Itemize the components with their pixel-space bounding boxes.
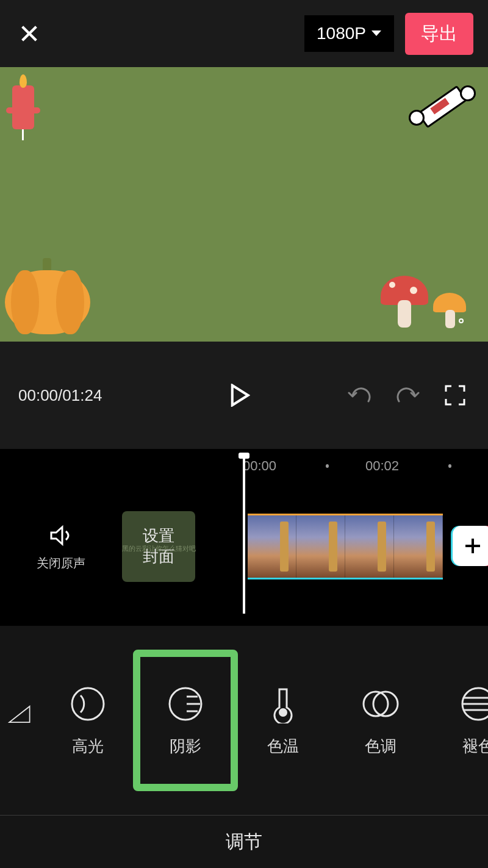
clip-thumb [394, 515, 443, 578]
resolution-dropdown[interactable]: 1080P [304, 15, 394, 52]
close-button[interactable] [15, 19, 44, 48]
adjust-label: 褪色 [462, 736, 488, 757]
adjust-prev-partial[interactable] [0, 695, 39, 746]
temperature-icon [264, 684, 303, 723]
triangle-icon [8, 696, 31, 733]
redo-button[interactable] [393, 381, 422, 410]
playback-bar: 00:00/01:24 [0, 342, 488, 449]
time-display: 00:00/01:24 [18, 386, 134, 405]
mute-audio-button[interactable]: 关闭原声 [0, 522, 122, 572]
adjust-options-row[interactable]: 高光 阴影 色温 色调 褪色 [0, 626, 488, 815]
tint-icon [361, 684, 400, 723]
adjust-label: 阴影 [170, 736, 201, 757]
mute-label: 关闭原声 [37, 555, 85, 572]
resolution-label: 1080P [317, 24, 366, 43]
close-icon [19, 23, 40, 44]
chevron-down-icon [371, 30, 382, 37]
undo-button[interactable] [345, 381, 375, 410]
adjust-highlight[interactable]: 高光 [39, 684, 137, 757]
svg-point-0 [72, 688, 104, 720]
redo-icon [395, 386, 420, 405]
adjust-panel: 高光 阴影 色温 色调 褪色 调节 [0, 626, 488, 868]
adjust-label: 高光 [72, 736, 104, 757]
clip-thumb [248, 515, 296, 578]
sticker-pumpkin [5, 270, 90, 334]
top-bar: 1080P 导出 [0, 0, 488, 67]
undo-icon [348, 386, 372, 405]
panel-title: 调节 [0, 816, 488, 868]
adjust-label: 色调 [365, 736, 396, 757]
highlight-icon [68, 684, 107, 723]
fullscreen-icon [444, 384, 466, 406]
sticker-scroll [409, 79, 476, 140]
fade-icon [459, 684, 488, 723]
speaker-icon [48, 522, 74, 549]
adjust-shadow[interactable]: 阴影 [137, 653, 234, 787]
fullscreen-button[interactable] [440, 381, 470, 410]
sticker-candle [12, 85, 34, 129]
play-icon [229, 384, 250, 407]
adjust-label: 色温 [267, 736, 299, 757]
timeline[interactable]: 00:00 00:02 关闭原声 黑的云彩让你怎么猜对吧 设置 封面 [0, 449, 488, 626]
shadow-icon [166, 684, 205, 723]
export-button[interactable]: 导出 [405, 13, 473, 55]
play-button[interactable] [225, 381, 254, 410]
clip-thumb [345, 515, 394, 578]
clip-track[interactable] [248, 504, 488, 589]
plus-icon [464, 537, 482, 555]
set-cover-button[interactable]: 黑的云彩让你怎么猜对吧 设置 封面 [122, 511, 195, 582]
video-clip[interactable] [248, 514, 443, 579]
video-preview[interactable] [0, 67, 488, 342]
adjust-temperature[interactable]: 色温 [234, 684, 332, 757]
add-clip-button[interactable] [453, 526, 488, 566]
adjust-fade[interactable]: 褪色 [429, 684, 488, 757]
adjust-tint[interactable]: 色调 [332, 684, 429, 757]
svg-point-2 [279, 708, 287, 717]
clip-thumb [296, 515, 345, 578]
sticker-mushrooms [381, 270, 466, 331]
